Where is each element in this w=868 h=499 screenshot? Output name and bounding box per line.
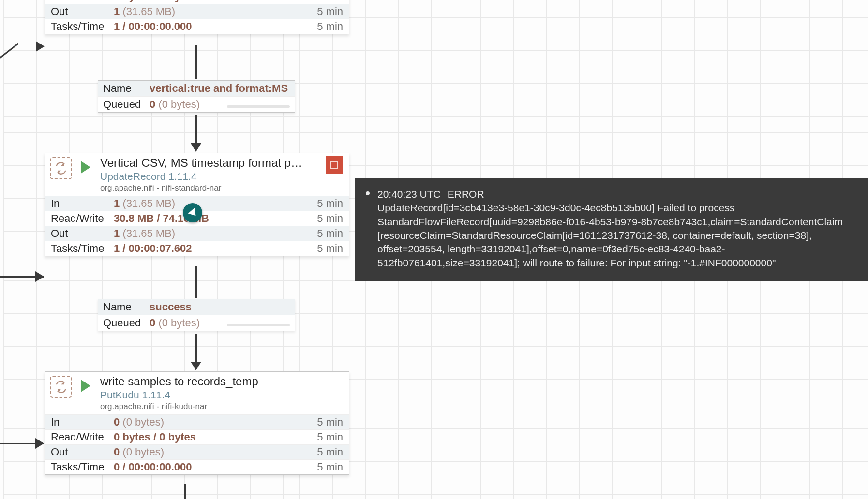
edge-putkudu-down [184,484,186,499]
stat-row-tasks: Tasks/Time 1 / 00:00:07.602 5 min [45,241,349,256]
incoming-arrow-left-1 [36,41,45,52]
run-status-icon [81,380,90,392]
stat-value: 0 bytes / 0 bytes [114,0,304,3]
stat-value: 1 / 00:00:00.000 [114,20,304,33]
bulletin-tooltip: 20:40:23 UTC ERROR UpdateRecord[id=3cb41… [355,178,868,281]
bulletin-error-icon[interactable] [326,156,343,174]
processor-type: UpdateRecord 1.11.4 [100,171,323,182]
edge-top-to-conn1 [195,45,197,79]
stat-window: 5 min [304,20,343,33]
arrowhead-into-update [191,143,201,152]
stat-row-readwrite: Read/Write 0 bytes / 0 bytes 5 min [45,0,349,4]
stat-row-out: Out 0 (0 bytes) 5 min [45,444,349,459]
edge-conn1-to-update [195,115,197,143]
incoming-arrow-left-2 [35,271,44,282]
connection-vertical-ms[interactable]: Name vertical:true and format:MS Queued … [98,80,295,113]
stat-row-out: Out 1 (31.65 MB) 5 min [45,226,349,241]
processor-type: PutKudu 1.11.4 [100,389,343,401]
edge-conn2-to-putkudu [195,334,197,362]
conn-queued-value: 0 (0 bytes) [150,317,227,329]
processor-name: Vertical CSV, MS timestamp format p… [100,156,323,170]
stat-value: 1 (31.65 MB) [114,5,304,18]
stat-row-readwrite: Read/Write 0 bytes / 0 bytes 5 min [45,429,349,444]
stat-row-tasks: Tasks/Time 0 / 00:00:00.000 5 min [45,459,349,474]
stat-value: 0 / 00:00:00.000 [114,461,304,473]
stat-label: Read/Write [51,0,114,3]
stat-label: Tasks/Time [51,20,114,33]
tooltip-timestamp: 20:40:23 UTC [377,188,441,201]
conn-name-value: vertical:true and format:MS [150,82,290,95]
stat-value: 0 bytes / 0 bytes [114,431,304,443]
conn-name-label: Name [103,82,150,95]
incoming-arrow-left-3 [35,438,44,449]
backpressure-gauge [227,324,290,326]
arrowhead-into-putkudu [191,362,201,370]
stat-window: 5 min [304,5,343,18]
conn-queued-label: Queued [103,317,150,329]
conn-name-label: Name [103,301,150,313]
stat-label: Out [51,5,114,18]
stat-row-out: Out 1 (31.65 MB) 5 min [45,4,349,19]
stat-value: 0 (0 bytes) [114,446,304,458]
processor-bundle: org.apache.nifi - nifi-kudu-nar [100,402,343,411]
processor-putkudu[interactable]: write samples to records_temp PutKudu 1.… [45,371,349,475]
connection-success[interactable]: Name success Queued 0 (0 bytes) [98,299,295,331]
tooltip-level: ERROR [448,188,484,201]
stat-value: 1 (31.65 MB) [114,227,304,240]
stat-value: 0 (0 bytes) [114,416,304,428]
stat-value: 1 (31.65 MB) [114,197,304,210]
conn-name-value: success [150,301,290,313]
bullet-icon [366,191,370,195]
processor-icon [50,376,72,398]
backpressure-gauge [227,105,290,108]
connection-queued-row: Queued 0 (0 bytes) [98,315,295,331]
processor-top-partial[interactable]: Read/Write 0 bytes / 0 bytes 5 min Out 1… [45,0,349,34]
processor-name: write samples to records_temp [100,375,343,388]
connection-name-row: Name vertical:true and format:MS [98,81,295,97]
conn-queued-label: Queued [103,98,150,111]
conn-queued-value: 0 (0 bytes) [150,98,227,111]
stat-value: 1 / 00:00:07.602 [114,242,304,255]
processor-bundle: org.apache.nifi - nifi-standard-nar [100,183,323,193]
run-status-icon [81,161,90,174]
output-port-icon[interactable] [183,203,202,222]
stat-window: 5 min [304,0,343,3]
stat-row-in: In 0 (0 bytes) 5 min [45,414,349,429]
connection-queued-row: Queued 0 (0 bytes) [98,97,295,112]
tooltip-body: UpdateRecord[id=3cb413e3-58e1-30c9-3d0c-… [377,201,855,270]
processor-icon [50,157,72,179]
edge-update-to-conn2 [195,266,197,298]
stat-row-tasks: Tasks/Time 1 / 00:00:00.000 5 min [45,19,349,34]
stat-value: 30.8 MB / 74.16 MB [114,212,304,225]
connection-name-row: Name success [98,299,295,315]
